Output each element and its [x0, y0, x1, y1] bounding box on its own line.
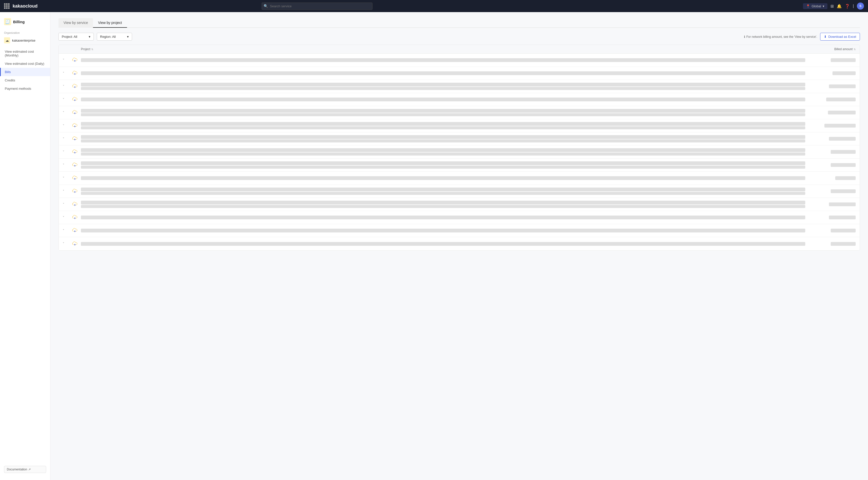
sidebar: 🧾 Billing Organization ☁ kakaoenterprise… — [0, 12, 51, 480]
project-name: xxxxxx — [81, 161, 805, 165]
sidebar-item-credits[interactable]: Credits — [0, 76, 50, 85]
logo: kakaocloud — [4, 3, 44, 9]
sidebar-item-bills[interactable]: Bills — [0, 68, 50, 76]
billing-label: Billing — [13, 20, 25, 24]
row-expand-chevron[interactable]: ˅ — [63, 71, 72, 75]
chevron-down-icon: ▾ — [823, 4, 825, 8]
cloud-icon — [72, 214, 81, 220]
project-name: xxx — [81, 71, 805, 75]
row-project-info: xxxxxxx — [81, 229, 805, 233]
help-icon[interactable]: ❓ — [845, 4, 850, 8]
col-project-header[interactable]: Project ⇅ — [81, 48, 805, 51]
download-excel-button[interactable]: ⬇ Download as Excel — [820, 33, 860, 40]
row-expand-chevron[interactable]: ˅ — [63, 177, 72, 180]
project-name: xxx — [81, 109, 805, 113]
cloud-icon — [72, 149, 81, 155]
location-icon: 📍 — [806, 4, 810, 8]
layout-icon[interactable]: ⊞ — [831, 4, 834, 8]
row-billed-amount: 00,000,000 KRW — [805, 163, 856, 167]
row-expand-chevron[interactable]: ˅ — [63, 59, 72, 62]
billing-icon: 🧾 — [4, 18, 11, 25]
region-dropdown[interactable]: Region: All ▾ — [97, 33, 132, 40]
tab-by-service[interactable]: View by service — [59, 18, 93, 28]
cloud-icon — [72, 188, 81, 194]
row-billed-amount: 000,000 KRW — [805, 176, 856, 180]
download-label: Download as Excel — [828, 35, 856, 38]
cloud-icon — [72, 123, 81, 128]
cloud-icon — [72, 84, 81, 89]
avatar[interactable]: S — [857, 2, 864, 9]
search-input[interactable] — [261, 2, 372, 10]
project-name: xxxxxxxxxx — [81, 122, 805, 126]
project-sub: xxxxxxxx — [81, 140, 805, 143]
row-billed-amount: 00,000,000 KRW — [805, 58, 856, 62]
project-name: xxxxxxx — [81, 229, 805, 233]
org-name: kakaoenterprise — [12, 38, 35, 42]
documentation-button[interactable]: Documentation ↗ — [4, 466, 46, 473]
tab-bar: View by service View by project — [59, 18, 860, 28]
toolbar: Project: All ▾ Region: All ▾ ℹ For netwo… — [59, 33, 860, 40]
download-icon: ⬇ — [824, 35, 827, 38]
row-expand-chevron[interactable]: ˅ — [63, 216, 72, 219]
table-row: ˅ xxxxxxx 000,000 KRW — [59, 172, 860, 185]
table-row: ˅ xxx xxx 00,0,000,000 KRW — [59, 106, 860, 119]
row-billed-amount: 000,000,000 KRW — [805, 137, 856, 141]
topnav: kakaocloud 🔍 📍 Global ▾ ⊞ 🔔 ❓ | S — [0, 0, 868, 12]
row-billed-amount: 00,0,000,000 KRW — [805, 111, 856, 115]
project-sub: xxxxxxxxxx — [81, 126, 805, 129]
chevron-down-icon: ▾ — [127, 35, 129, 38]
row-expand-chevron[interactable]: ˅ — [63, 163, 72, 167]
row-expand-chevron[interactable]: ˅ — [63, 111, 72, 115]
row-billed-amount: 000,000,000 KRW — [805, 85, 856, 88]
project-name: xxxxxxx — [81, 187, 805, 191]
sidebar-item-payment-methods[interactable]: Payment methods — [0, 85, 50, 93]
row-expand-chevron[interactable]: ˅ — [63, 229, 72, 233]
billing-table: Project ⇅ Billed amount ⇅ ˅ xxxxxxx 00,0… — [59, 44, 860, 250]
sidebar-nav: View estimated cost (Monthly) View estim… — [0, 48, 50, 93]
col-amount-header[interactable]: Billed amount ⇅ — [805, 48, 856, 51]
project-name: xxxxxxxxxx — [81, 242, 805, 246]
external-link-icon: ↗ — [28, 468, 31, 471]
table-row: ˅ xxxxxxxxx xxxxxxx 000,000,000 KRW — [59, 80, 860, 93]
row-expand-chevron[interactable]: ˅ — [63, 124, 72, 127]
sidebar-section-label: Organization — [0, 29, 50, 35]
row-billed-amount: 000,000,000 KRW — [805, 203, 856, 206]
row-project-info: xxxxxxxxxx xxxxxxxx — [81, 148, 805, 155]
project-name: xxxxxxx — [81, 58, 805, 62]
row-expand-chevron[interactable]: ˅ — [63, 150, 72, 154]
cloud-icon — [72, 162, 81, 168]
sidebar-item-estimated-daily[interactable]: View estimated cost (Daily) — [0, 60, 50, 68]
grid-icon[interactable] — [4, 3, 9, 9]
row-expand-chevron[interactable]: ˅ — [63, 98, 72, 101]
table-row: ˅ xxxxxxxxxx xxxxxxxx 00,000,000 KRW — [59, 146, 860, 158]
cloud-icon — [72, 202, 81, 207]
row-expand-chevron[interactable]: ˅ — [63, 137, 72, 141]
project-name: xxxxxxxxxx — [81, 148, 805, 152]
main-layout: 🧾 Billing Organization ☁ kakaoenterprise… — [0, 12, 868, 480]
sidebar-item-estimated-monthly[interactable]: View estimated cost (Monthly) — [0, 48, 50, 60]
row-project-info: xxx — [81, 71, 805, 75]
table-row: ˅ xxxxxxxxxx xxxxxxxxxx 00,000,000,000 K… — [59, 119, 860, 132]
cloud-icon — [72, 241, 81, 247]
amount-sort-icon[interactable]: ⇅ — [854, 48, 856, 51]
project-sub: xxxxxxxx — [81, 192, 805, 195]
row-project-info: xxxxxx xxxx — [81, 161, 805, 169]
region-selector[interactable]: 📍 Global ▾ — [803, 3, 828, 9]
project-sort-icon[interactable]: ⇅ — [91, 48, 93, 51]
row-expand-chevron[interactable]: ˅ — [63, 85, 72, 88]
row-billed-amount: 00,000,000,000 KRW — [805, 124, 856, 127]
row-billed-amount: 00,000,000 KRW — [805, 229, 856, 233]
notification-icon[interactable]: 🔔 — [837, 4, 842, 8]
row-billed-amount: 00,000,000 KRW — [805, 242, 856, 246]
row-expand-chevron[interactable]: ˅ — [63, 203, 72, 206]
project-sub: xxxxxxx — [81, 87, 805, 90]
row-expand-chevron[interactable]: ˅ — [63, 189, 72, 193]
project-col-label: Project — [81, 48, 90, 51]
project-dropdown[interactable]: Project: All ▾ — [59, 33, 94, 40]
project-name: xxxxxxxxxx — [81, 201, 805, 205]
project-dropdown-label: Project: All — [62, 35, 77, 38]
row-expand-chevron[interactable]: ˅ — [63, 242, 72, 245]
row-project-info: xxxxxxxxxx xxxxxxxxxx — [81, 122, 805, 129]
tab-by-project[interactable]: View by project — [93, 18, 127, 28]
table-header: Project ⇅ Billed amount ⇅ — [59, 45, 860, 54]
